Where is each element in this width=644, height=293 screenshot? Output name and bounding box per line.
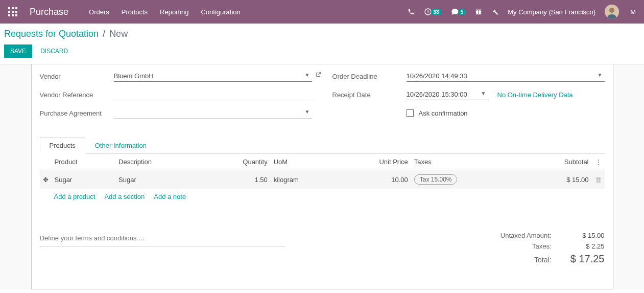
notebook-tabs: Products Other Information [40, 137, 605, 154]
untaxed-amount-label: Untaxed Amount: [500, 232, 552, 239]
col-description[interactable]: Description [115, 154, 202, 170]
ask-confirmation-checkbox[interactable] [407, 109, 414, 117]
add-section-link[interactable]: Add a section [104, 193, 145, 200]
receipt-date-field[interactable] [407, 89, 488, 100]
nav-menu: Orders Products Reporting Configuration [89, 8, 241, 16]
total-label: Total: [534, 256, 551, 264]
terms-conditions-field[interactable] [40, 230, 285, 246]
save-button[interactable]: Save [4, 44, 32, 58]
receipt-date-label: Receipt Date [332, 91, 407, 99]
user-initial: M [630, 8, 636, 16]
taxes-label: Taxes: [532, 242, 552, 250]
svg-rect-3 [8, 11, 10, 13]
top-navbar: Purchase Orders Products Reporting Confi… [0, 0, 644, 24]
messages-badge: 5 [458, 9, 466, 15]
trash-icon[interactable]: 🗑 [595, 176, 602, 184]
vendor-label: Vendor [40, 73, 114, 80]
col-uom[interactable]: UoM [271, 154, 340, 170]
cell-uom[interactable]: kilogram [271, 170, 340, 189]
svg-point-16 [609, 8, 614, 13]
col-subtotal[interactable]: Subtotal [520, 154, 592, 170]
cell-product[interactable]: Sugar [52, 170, 116, 189]
gift-icon[interactable] [475, 8, 482, 15]
svg-rect-5 [15, 11, 17, 13]
purchase-agreement-field[interactable] [114, 107, 312, 119]
apps-icon[interactable] [8, 7, 17, 16]
activity-icon[interactable]: 33 [424, 8, 442, 16]
messages-icon[interactable]: 5 [451, 8, 466, 16]
cell-unit-price[interactable]: 10.00 [340, 170, 411, 189]
discard-button[interactable]: Discard [40, 48, 68, 55]
svg-rect-12 [479, 11, 479, 15]
cell-subtotal: $ 15.00 [520, 170, 592, 189]
add-product-link[interactable]: Add a product [54, 193, 96, 200]
nav-item-configuration[interactable]: Configuration [201, 8, 240, 16]
vendor-field[interactable] [114, 71, 312, 82]
activity-badge: 33 [431, 9, 442, 15]
chevron-down-icon[interactable]: ▼ [481, 91, 486, 96]
tools-icon[interactable] [491, 8, 498, 15]
user-avatar[interactable] [605, 5, 619, 19]
totals-summary: Untaxed Amount: $ 15.00 Taxes: $ 2.25 To… [462, 230, 605, 266]
chevron-down-icon[interactable]: ▼ [305, 72, 310, 78]
tab-other-information[interactable]: Other Information [85, 137, 156, 154]
nav-right: 33 5 My Company (San Francisco) M [408, 5, 636, 19]
ask-confirmation-label: Ask confirmation [419, 109, 468, 117]
svg-rect-2 [15, 7, 17, 9]
svg-rect-1 [12, 7, 14, 9]
untaxed-amount-value: $ 15.00 [564, 232, 605, 239]
tab-products[interactable]: Products [40, 137, 85, 154]
phone-icon[interactable] [408, 8, 415, 15]
app-brand[interactable]: Purchase [30, 7, 68, 17]
cell-taxes[interactable]: Tax 15.00% [411, 170, 520, 189]
svg-rect-6 [8, 14, 10, 16]
order-deadline-label: Order Deadline [332, 73, 407, 80]
breadcrumb: Requests for Quotation / New [4, 29, 636, 39]
col-taxes[interactable]: Taxes [411, 154, 520, 170]
breadcrumb-parent[interactable]: Requests for Quotation [4, 29, 99, 39]
control-panel: Requests for Quotation / New Save Discar… [0, 24, 644, 64]
svg-point-13 [476, 9, 478, 10]
col-quantity[interactable]: Quantity [202, 154, 271, 170]
nav-item-products[interactable]: Products [122, 8, 148, 16]
col-product[interactable]: Product [52, 154, 116, 170]
drag-handle-icon[interactable]: ✥ [43, 176, 49, 184]
company-selector[interactable]: My Company (San Francisco) [508, 8, 595, 16]
form-sheet: Vendor ▼ Vendor Reference Purchase Agree… [31, 64, 613, 289]
total-value: $ 17.25 [564, 253, 605, 265]
svg-point-14 [479, 9, 481, 10]
nav-item-orders[interactable]: Orders [89, 8, 109, 16]
add-note-link[interactable]: Add a note [154, 193, 186, 200]
svg-rect-0 [8, 7, 10, 9]
svg-rect-7 [12, 14, 14, 16]
table-row[interactable]: ✥ Sugar Sugar 1.50 kilogram 10.00 Tax 15… [40, 170, 605, 189]
breadcrumb-current: New [109, 29, 128, 39]
svg-rect-8 [15, 14, 17, 16]
chevron-down-icon[interactable]: ▼ [598, 72, 603, 78]
vendor-reference-label: Vendor Reference [40, 91, 114, 99]
cell-description[interactable]: Sugar [115, 170, 202, 189]
kebab-icon[interactable]: ⋮ [595, 158, 602, 166]
svg-rect-4 [12, 11, 14, 13]
nav-item-reporting[interactable]: Reporting [160, 8, 188, 16]
breadcrumb-separator: / [103, 29, 105, 39]
purchase-agreement-label: Purchase Agreement [40, 109, 114, 117]
cell-quantity[interactable]: 1.50 [202, 170, 271, 189]
external-link-icon[interactable] [315, 72, 321, 79]
col-unit-price[interactable]: Unit Price [340, 154, 411, 170]
taxes-value: $ 2.25 [564, 242, 605, 250]
tax-tag[interactable]: Tax 15.00% [414, 174, 458, 185]
order-deadline-field[interactable] [407, 71, 605, 82]
chevron-down-icon[interactable]: ▼ [305, 109, 310, 115]
vendor-reference-field[interactable] [114, 89, 312, 100]
order-lines-table: Product Description Quantity UoM Unit Pr… [40, 154, 605, 205]
delivery-data-link[interactable]: No On-time Delivery Data [497, 91, 573, 99]
